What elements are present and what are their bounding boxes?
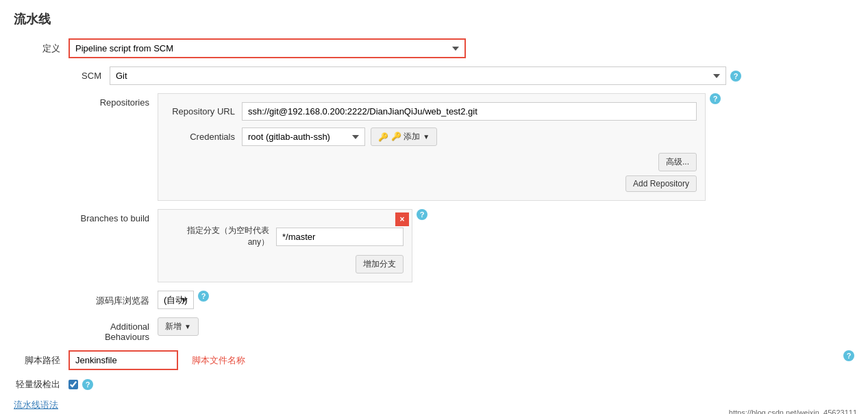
branches-label: Branches to build <box>69 209 158 223</box>
branch-input-label: 指定分支（为空时代表any） <box>166 225 276 248</box>
script-hint: 脚本文件名称 <box>192 350 245 367</box>
branches-row: Branches to build × 指定分支（为空时代表any） 增加分支 … <box>14 209 854 282</box>
credentials-row: Credentials root (gitlab-auth-ssh) 🔑 🔑 添… <box>166 127 697 146</box>
branch-input-row: 指定分支（为空时代表any） <box>166 225 404 248</box>
repo-url-label: Repository URL <box>166 106 242 117</box>
script-row: 脚本路径 脚本文件名称 ? <box>14 350 854 370</box>
branches-section: × 指定分支（为空时代表any） 增加分支 <box>158 209 412 282</box>
browser-help-icon[interactable]: ? <box>198 291 209 302</box>
key-icon: 🔑 <box>378 132 388 142</box>
scm-select[interactable]: Git <box>110 66 726 85</box>
add-branch-button[interactable]: 增加分支 <box>356 255 404 273</box>
lightweight-row: 轻量级检出 ? <box>14 378 854 391</box>
browser-row: 源码库浏览器 (自动) ? <box>14 291 854 309</box>
branches-help-icon[interactable]: ? <box>417 209 427 220</box>
script-label: 脚本路径 <box>14 350 69 367</box>
repositories-row: Repositories Repository URL Credentials … <box>14 93 854 201</box>
credentials-label: Credentials <box>166 132 242 142</box>
definition-select[interactable]: Pipeline script from SCM <box>69 38 466 58</box>
credentials-select[interactable]: root (gitlab-auth-ssh) <box>242 127 365 146</box>
add-credentials-button[interactable]: 🔑 🔑 添加 ▼ <box>371 127 437 146</box>
browser-select[interactable]: (自动) <box>158 291 194 309</box>
lightweight-help-icon[interactable]: ? <box>82 379 93 390</box>
script-help-icon[interactable]: ? <box>843 350 854 361</box>
behaviours-section: 新增 ▼ <box>158 317 199 336</box>
footer-url: https://blog.csdn.net/weixin_45623111 <box>729 409 857 414</box>
lightweight-checkbox[interactable] <box>69 380 78 389</box>
script-input[interactable] <box>69 350 178 370</box>
new-behaviour-button[interactable]: 新增 ▼ <box>158 317 199 336</box>
behaviours-label: Additional Behaviours <box>69 317 158 342</box>
page-container: 流水线 定义 Pipeline script from SCM SCM Git … <box>0 0 868 414</box>
repositories-content: Repository URL Credentials root (gitlab-… <box>158 93 706 201</box>
definition-row: 定义 Pipeline script from SCM <box>14 38 854 58</box>
scm-label: SCM <box>69 71 110 81</box>
behaviours-row: Additional Behaviours 新增 ▼ <box>14 317 854 342</box>
branch-input[interactable] <box>276 228 404 246</box>
new-behaviour-chevron-icon: ▼ <box>184 323 191 330</box>
add-cred-chevron-icon: ▼ <box>423 133 430 141</box>
definition-label: 定义 <box>14 38 69 55</box>
pipeline-syntax-link[interactable]: 流水线语法 <box>14 400 58 410</box>
branch-close-button[interactable]: × <box>395 212 409 226</box>
lightweight-label: 轻量级检出 <box>14 378 69 391</box>
scm-help-icon[interactable]: ? <box>730 71 741 82</box>
scm-row: SCM Git ? <box>14 66 854 85</box>
advanced-button[interactable]: 高级... <box>658 153 697 171</box>
browser-section: (自动) <box>158 291 194 309</box>
repo-url-row: Repository URL <box>166 102 697 121</box>
page-title: 流水线 <box>14 11 854 27</box>
repositories-help-icon[interactable]: ? <box>710 93 721 104</box>
definition-content: Pipeline script from SCM <box>69 38 854 58</box>
add-repository-button[interactable]: Add Repository <box>625 175 697 192</box>
repo-url-input[interactable] <box>242 102 697 121</box>
browser-label: 源码库浏览器 <box>69 291 158 307</box>
repositories-label: Repositories <box>69 93 158 108</box>
